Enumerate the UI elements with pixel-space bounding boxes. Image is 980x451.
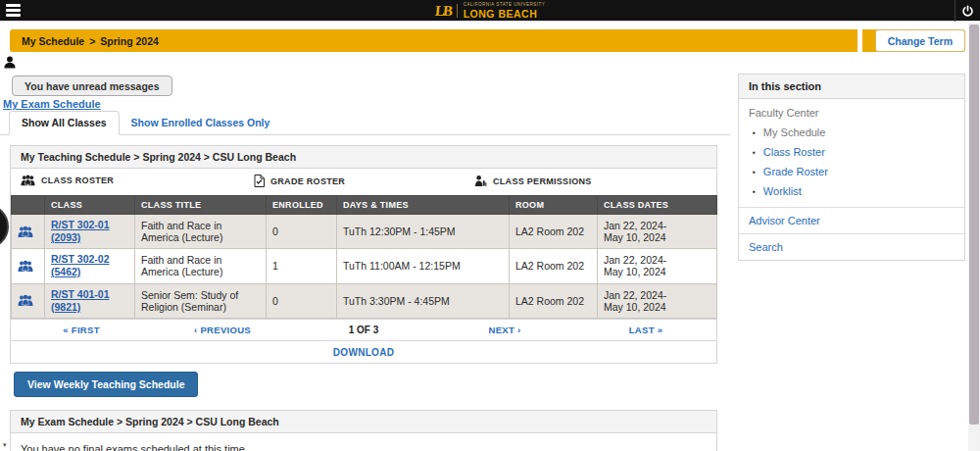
teaching-schedule-header: My Teaching Schedule > Spring 2024 > CSU… [11,146,716,169]
pagination-first[interactable]: « FIRST [63,325,99,335]
tab-show-all-classes[interactable]: Show All Classes [9,111,120,135]
csulb-logo: LB CALIFORNIA STATE UNIVERSITY LONG BEAC… [0,0,980,22]
sidebar-item-search[interactable]: Search [739,233,964,260]
main-content: My Teaching Schedule > Spring 2024 > CSU… [10,145,717,451]
class-dates-cell: Jan 22, 2024- [604,289,710,301]
change-term-arrow-icon [862,29,875,52]
teaching-schedule-panel: My Teaching Schedule > Spring 2024 > CSU… [10,145,717,364]
unread-messages-button[interactable]: You have unread messages [12,75,172,96]
class-roster-icon[interactable] [18,226,38,238]
sidebar-item-advisor-center[interactable]: Advisor Center [739,207,964,233]
enrolled-cell: 0 [267,283,337,318]
pagination-current-page: 1 OF 3 [349,325,379,335]
sidebar-item-grade-roster[interactable]: Grade Roster [753,162,964,181]
user-icon [4,56,16,69]
sidebar-item-class-roster[interactable]: Class Roster [753,142,964,162]
class-dates-cell: Jan 22, 2024- [604,220,710,231]
class-title-cell: Faith and Race in America (Lecture) [135,215,267,249]
lb-monogram-logo: LB [434,3,452,20]
class-permissions-icon [474,175,487,187]
enrolled-cell: 1 [267,249,337,283]
download-link[interactable]: DOWNLOAD [333,347,394,358]
university-name-small: CALIFORNIA STATE UNIVERSITY [464,3,546,8]
accessibility-widget-icon[interactable] [0,204,9,249]
pagination-previous[interactable]: ‹ PREVIOUS [194,325,251,335]
icon-legend: CLASS ROSTER GRADE ROSTER [11,169,716,195]
breadcrumb: My Schedule > Spring 2024 [22,35,159,47]
breadcrumb-term: Spring 2024 [100,35,159,47]
class-dates-cell: Jan 22, 2024- [604,254,710,266]
my-exam-schedule-link[interactable]: My Exam Schedule [3,98,101,110]
table-row: R/ST 401-01 (9821) Senior Sem: Study of … [12,283,717,318]
grade-roster-icon [254,175,265,187]
class-link-code[interactable]: R/ST 302-02 [51,253,128,266]
download-row: DOWNLOAD [11,340,716,363]
breadcrumb-bar: My Schedule > Spring 2024 Change Term [10,29,965,52]
pagination: « FIRST ‹ PREVIOUS 1 OF 3 NEXT › LAST » [11,319,716,340]
class-roster-icon[interactable] [18,294,38,307]
top-navigation-bar: LB CALIFORNIA STATE UNIVERSITY LONG BEAC… [0,0,980,22]
university-name-big: LONG BEACH [464,9,546,20]
change-term-button[interactable]: Change Term [875,29,965,52]
pagination-last[interactable]: LAST » [629,325,663,335]
class-link-number[interactable]: (2093) [51,231,128,244]
scrollbar-thumb[interactable] [969,25,979,425]
view-weekly-teaching-schedule-button[interactable]: View Weekly Teaching Schedule [14,372,198,397]
table-row: R/ST 302-01 (2093) Faith and Race in Ame… [12,215,717,249]
class-filter-tabs: Show All Classes Show Enrolled Classes O… [0,112,730,135]
class-dates-cell: May 10, 2024 [604,301,710,313]
room-cell: LA2 Room 202 [510,215,598,249]
exam-schedule-header: My Exam Schedule > Spring 2024 > CSU Lon… [11,411,716,433]
sidebar-group-faculty-center: Faculty Center [739,99,964,121]
class-link-number[interactable]: (9821) [51,301,128,314]
col-days-times: DAYS & TIMES [337,196,510,215]
scrollbar-corner-mark: ▾ [3,441,977,449]
grade-roster-legend-label: GRADE ROSTER [270,176,345,186]
enrolled-cell: 0 [267,215,337,249]
col-room: ROOM [510,196,598,215]
sidebar-item-worklist[interactable]: Worklist [753,181,964,201]
class-title-cell: Senior Sem: Study of Religion (Seminar) [135,283,267,318]
days-times-cell: TuTh 12:30PM - 1:45PM [337,215,510,249]
col-class: CLASS [45,196,135,215]
col-class-title: CLASS TITLE [135,196,267,215]
class-link-code[interactable]: R/ST 401-01 [51,288,128,301]
class-link-number[interactable]: (5462) [51,266,128,278]
class-roster-icon [21,175,35,186]
menu-hamburger-icon[interactable] [0,0,33,22]
class-roster-icon[interactable] [18,260,38,273]
tab-show-enrolled-only[interactable]: Show Enrolled Classes Only [120,112,282,134]
teaching-schedule-table: CLASS CLASS TITLE ENROLLED DAYS & TIMES … [11,195,717,319]
class-link-code[interactable]: R/ST 302-01 [51,219,128,231]
power-signout-icon[interactable] [955,0,980,22]
class-permissions-legend-label: CLASS PERMISSIONS [493,176,592,186]
room-cell: LA2 Room 202 [510,249,598,283]
table-header-row: CLASS CLASS TITLE ENROLLED DAYS & TIMES … [12,196,717,215]
change-term-notch [858,29,862,52]
days-times-cell: TuTh 11:00AM - 12:15PM [337,249,510,283]
in-this-section-sidebar: In this section Faculty Center My Schedu… [738,74,965,261]
room-cell: LA2 Room 202 [510,283,598,318]
breadcrumb-my-schedule[interactable]: My Schedule [22,35,84,47]
col-icon [12,196,45,215]
class-title-cell: Faith and Race in America (Lecture) [135,249,267,283]
col-enrolled: ENROLLED [267,196,337,215]
sidebar-item-my-schedule: My Schedule [753,123,964,142]
days-times-cell: TuTh 3:30PM - 4:45PM [337,283,510,318]
sidebar-title: In this section [739,75,964,99]
class-roster-legend-label: CLASS ROSTER [41,175,114,185]
pagination-next[interactable]: NEXT › [489,325,521,335]
col-class-dates: CLASS DATES [598,196,717,215]
class-dates-cell: May 10, 2024 [604,231,710,243]
table-row: R/ST 302-02 (5462) Faith and Race in Ame… [12,249,717,283]
class-dates-cell: May 10, 2024 [604,266,710,277]
breadcrumb-separator: > [89,35,95,47]
vertical-scrollbar[interactable] [968,23,980,451]
